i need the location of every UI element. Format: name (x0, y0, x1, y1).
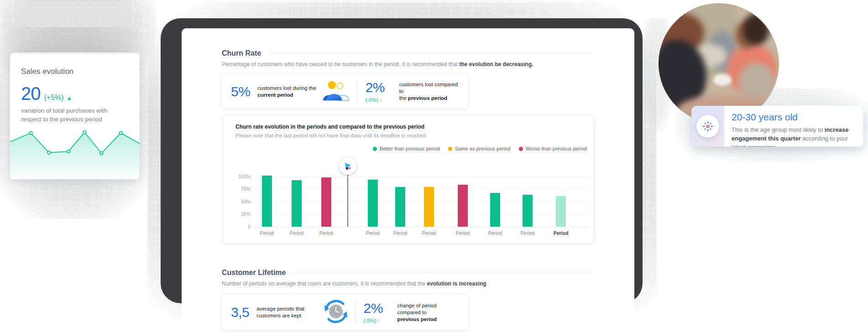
lifetime-value: 3,5 (231, 305, 249, 320)
gridline (253, 227, 589, 227)
legend-item[interactable]: Better than previous period (373, 146, 440, 151)
insight-body: 20-30 years old This is the age group mo… (724, 106, 863, 147)
x-axis-label: Period (415, 230, 443, 236)
churn-compare-delta: (-5%) ↓ (366, 97, 382, 103)
chart-bar[interactable] (523, 195, 533, 227)
vertical-divider (357, 81, 357, 102)
lifetime-section-title: Customer Lifetime (222, 269, 286, 277)
insight-icon-panel (691, 106, 724, 147)
legend-dot-icon (519, 147, 523, 151)
churn-section-title: Churn Rate (222, 49, 261, 57)
label-line2-bold: previous period (408, 95, 447, 101)
vertical-divider (355, 302, 356, 323)
y-axis-label: 50% (235, 199, 251, 204)
gridline (253, 214, 589, 214)
chart-bar[interactable] (292, 180, 302, 227)
churn-current-value: 5% (231, 84, 250, 99)
line-point (119, 131, 122, 135)
legend-label: Same as previous period (455, 146, 511, 151)
chart-bar[interactable] (368, 180, 378, 227)
label-line1: change of period compared to (397, 303, 437, 315)
legend-item[interactable]: Same as previous period (448, 146, 511, 151)
legend-label: Better than previous period (380, 146, 440, 151)
x-axis-label: Period (283, 230, 310, 236)
chart-bar[interactable] (262, 176, 272, 227)
label-line2-bold: previous period (397, 316, 437, 322)
dashboard-screen: Churn Rate Percentage of customers who h… (182, 28, 634, 332)
churn-desc-bold: the evolution be decreasing. (459, 61, 533, 67)
sales-card-title: Sales evolution (21, 67, 73, 76)
churn-compare-value: 2% (366, 80, 396, 95)
legend-dot-icon (448, 147, 452, 151)
churn-section-header: Churn Rate (222, 49, 593, 57)
page: { "sales_card": { "title": "Sales evolut… (0, 0, 868, 332)
churn-compare-value-block: 2% (-5%) ↓ (366, 80, 396, 104)
recurring-clock-icon (323, 299, 349, 326)
chart-legend: Better than previous periodSame as previ… (373, 146, 587, 151)
churn-current-label: customers lost during the current period (257, 85, 317, 99)
chart-bar[interactable] (424, 187, 434, 227)
lifetime-stats-card: 3,5 average periods that customers are k… (222, 295, 468, 330)
line-point (100, 152, 103, 155)
brand-flag-logo-icon (343, 161, 353, 171)
line-point (83, 131, 86, 134)
label-line1: customers lost during the (257, 85, 316, 91)
lifetime-compare-label: change of period compared to previous pe… (397, 302, 459, 323)
insight-text-regular1: This is the age group most likely to (732, 126, 825, 133)
label-line1: customers lost compared to (399, 82, 458, 94)
gridline (253, 202, 589, 202)
line-point (29, 131, 32, 135)
churn-stats-card: 5% customers lost during the current per… (222, 74, 468, 109)
legend-item[interactable]: Worse than previous period (519, 146, 587, 151)
people-group-icon (322, 80, 350, 104)
sales-value: 20 (21, 83, 41, 104)
label-line2: customers are kept (256, 313, 301, 318)
line-point (67, 150, 70, 153)
gridline (253, 189, 589, 189)
chart-bar[interactable] (556, 196, 566, 227)
x-axis-label: Period (313, 230, 340, 236)
churn-chart-card: Churn rate evolution in the periods and … (224, 116, 593, 243)
current-period-marker-line (347, 175, 348, 227)
section-divider (268, 53, 593, 54)
line-point (47, 151, 51, 154)
chart-bar[interactable] (395, 187, 405, 227)
line-area-fill (10, 132, 140, 180)
lifetime-compare-delta: (-5%) ↑ (364, 318, 381, 323)
photo-barista-hair (743, 13, 769, 45)
x-axis-label: Period (514, 230, 541, 236)
x-axis-label: Period (481, 230, 509, 236)
current-period-marker[interactable] (339, 157, 356, 175)
lifetime-compare-value-block: 2% (-5%) ↑ (364, 301, 394, 324)
ai-sparkle-icon (702, 120, 714, 132)
label-line1: average periods that (256, 306, 304, 311)
arrow-down-icon: ↓ (380, 97, 382, 103)
chart-title: Churn rate evolution in the periods and … (235, 124, 424, 130)
insight-title: 20-30 years old (732, 112, 855, 123)
x-axis-label: Period (449, 230, 476, 236)
arrow-up-icon: ↑ (378, 318, 381, 323)
chart-subtitle: Please note that the last period will no… (235, 133, 426, 138)
churn-section-description: Percentage of customers who have ceased … (222, 61, 533, 67)
audience-insight-card: 20-30 years old This is the age group mo… (691, 106, 863, 147)
churn-compare-label: customers lost compared to the previous … (399, 81, 459, 102)
x-axis-label: Period (253, 230, 281, 236)
lifetime-compare-value: 2% (364, 301, 394, 316)
sales-value-row: 20 (+5%) ▲ (21, 83, 72, 104)
lifetime-section-header: Customer Lifetime (222, 269, 593, 277)
x-axis-label: Period (547, 230, 575, 236)
y-axis-label: 100% (235, 174, 251, 179)
lifetime-section-description: Number of periods on average that users … (222, 280, 486, 287)
trend-up-triangle-icon: ▲ (67, 95, 72, 101)
y-axis-label: 0 (235, 224, 251, 229)
chart-bar[interactable] (490, 193, 500, 227)
churn-bar-plot: 100%75%50%25%0PeriodPeriodPeriodPeriodPe… (235, 170, 589, 243)
chart-bar[interactable] (458, 185, 468, 227)
x-axis-label: Period (387, 230, 414, 236)
insight-icon-bubble (696, 115, 719, 138)
delta-value: (-5%) (366, 97, 378, 103)
sales-delta: (+5%) (44, 93, 64, 102)
sales-description: variation of total purchases with respec… (21, 106, 129, 124)
chart-bar[interactable] (321, 177, 331, 227)
lifetime-label: average periods that customers are kept (256, 306, 318, 319)
